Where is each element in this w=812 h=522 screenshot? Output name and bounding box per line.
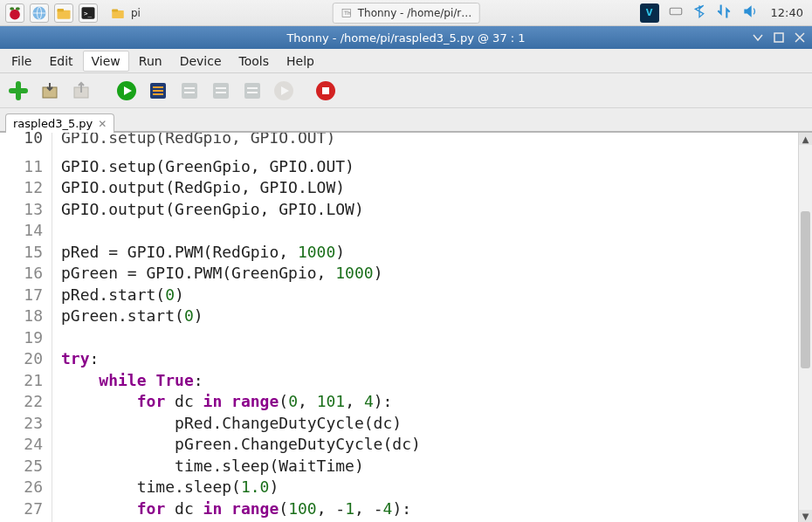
svg-rect-21 xyxy=(182,83,197,99)
svg-rect-32 xyxy=(322,87,329,94)
taskbar-app-label: Thonny - /home/pi/r… xyxy=(358,7,472,19)
menu-tools[interactable]: Tools xyxy=(231,52,278,71)
line-number-gutter: 101112131415161718192021222324252627 xyxy=(0,133,52,522)
svg-point-2 xyxy=(16,7,20,10)
code-line[interactable]: GPIO.setup(RedGpio, GPIO.OUT) xyxy=(61,133,798,149)
window-title: Thonny - /home/pi/raspled3_5.py @ 37 : 1 xyxy=(286,31,525,45)
editor-pane: 101112131415161718192021222324252627 GPI… xyxy=(0,133,812,522)
close-icon[interactable]: ✕ xyxy=(98,118,107,130)
scrollbar-up-icon[interactable]: ▲ xyxy=(799,133,812,145)
code-line[interactable]: while True: xyxy=(61,370,798,392)
code-line[interactable] xyxy=(61,220,798,242)
code-line[interactable]: for dc in range(100, -1, -4): xyxy=(61,498,798,520)
code-line[interactable]: pGreen.ChangeDutyCycle(dc) xyxy=(61,434,798,456)
vnc-tray-icon[interactable]: V xyxy=(640,3,659,23)
svg-rect-26 xyxy=(216,92,226,93)
svg-text:Th: Th xyxy=(343,10,351,16)
menubar: FileEditViewRunDeviceToolsHelp xyxy=(0,49,812,73)
close-button[interactable] xyxy=(793,31,807,45)
editor-tabstrip: raspled3_5.py ✕ xyxy=(0,108,812,133)
code-editor[interactable]: GPIO.setup(RedGpio, GPIO.OUT)GPIO.setup(… xyxy=(52,133,798,522)
clock[interactable]: 12:40 xyxy=(767,6,807,19)
network-tray-icon[interactable] xyxy=(715,3,733,23)
code-line[interactable]: GPIO.setup(GreenGpio, GPIO.OUT) xyxy=(61,156,798,178)
code-line[interactable]: GPIO.output(RedGpio, GPIO.LOW) xyxy=(61,177,798,199)
svg-rect-25 xyxy=(216,87,226,89)
svg-rect-9 xyxy=(112,9,118,11)
menu-view[interactable]: View xyxy=(83,51,129,72)
svg-rect-5 xyxy=(58,9,65,11)
menu-raspberry-icon[interactable] xyxy=(5,3,24,23)
volume-tray-icon[interactable] xyxy=(741,3,759,23)
code-line[interactable]: GPIO.output(GreenGpio, GPIO.LOW) xyxy=(61,199,798,221)
os-taskbar: >_ pi Th Thonny - /home/pi/r… V 12:40 xyxy=(0,0,812,26)
minimize-button[interactable] xyxy=(751,31,765,45)
svg-rect-12 xyxy=(670,8,682,15)
stop-icon[interactable] xyxy=(313,78,339,104)
svg-rect-24 xyxy=(213,83,229,99)
taskbar-app-button[interactable]: Th Thonny - /home/pi/r… xyxy=(333,3,480,24)
svg-point-0 xyxy=(10,9,20,19)
code-line[interactable]: pGreen.start(0) xyxy=(61,306,798,327)
window-titlebar: Thonny - /home/pi/raspled3_5.py @ 37 : 1 xyxy=(0,26,812,49)
code-line[interactable] xyxy=(61,327,798,349)
svg-rect-19 xyxy=(153,90,163,92)
open-file-icon[interactable] xyxy=(37,78,63,104)
new-file-icon[interactable] xyxy=(5,78,31,104)
vertical-scrollbar[interactable]: ▲ ▼ xyxy=(798,133,812,522)
code-line[interactable]: pRed.ChangeDutyCycle(dc) xyxy=(61,413,798,435)
step-into-icon xyxy=(208,78,234,104)
code-line[interactable]: pRed.start(0) xyxy=(61,285,798,306)
svg-point-1 xyxy=(10,7,14,10)
taskbar-fm-button[interactable]: pi xyxy=(103,3,148,24)
svg-rect-18 xyxy=(153,86,163,88)
svg-rect-20 xyxy=(153,93,163,95)
code-line[interactable]: time.sleep(WaitTime) xyxy=(61,456,798,477)
bluetooth-tray-icon[interactable] xyxy=(692,3,706,23)
menu-help[interactable]: Help xyxy=(279,52,322,71)
code-line[interactable]: pGreen = GPIO.PWM(GreenGpio, 1000) xyxy=(61,263,798,285)
file-manager-icon[interactable] xyxy=(54,3,73,23)
svg-rect-27 xyxy=(244,83,260,99)
taskbar-fm-label: pi xyxy=(131,7,141,19)
menu-run[interactable]: Run xyxy=(131,52,170,71)
resume-icon xyxy=(271,78,297,104)
code-line[interactable]: time.sleep(1.0) xyxy=(61,477,798,498)
code-line[interactable]: for dc in range(0, 101, 4): xyxy=(61,391,798,413)
debug-icon[interactable] xyxy=(145,78,171,104)
code-line[interactable]: pRed = GPIO.PWM(RedGpio, 1000) xyxy=(61,242,798,264)
svg-rect-13 xyxy=(774,33,783,42)
svg-text:>_: >_ xyxy=(84,9,93,17)
keyboard-tray-icon[interactable] xyxy=(668,3,684,22)
code-line[interactable]: try: xyxy=(61,348,798,370)
svg-rect-23 xyxy=(184,92,195,93)
terminal-icon[interactable]: >_ xyxy=(79,3,98,23)
svg-rect-28 xyxy=(247,87,258,89)
save-file-icon[interactable] xyxy=(68,78,94,104)
run-icon[interactable] xyxy=(114,78,140,104)
menu-device[interactable]: Device xyxy=(172,52,230,71)
step-out-icon xyxy=(239,78,265,104)
web-browser-icon[interactable] xyxy=(30,3,49,23)
svg-rect-22 xyxy=(184,87,195,89)
menu-edit[interactable]: Edit xyxy=(41,52,80,71)
menu-file[interactable]: File xyxy=(3,52,39,71)
step-over-icon xyxy=(176,78,203,104)
scrollbar-thumb[interactable] xyxy=(801,211,810,368)
toolbar xyxy=(0,73,812,108)
svg-rect-29 xyxy=(247,92,258,93)
scrollbar-down-icon[interactable]: ▼ xyxy=(799,510,812,522)
maximize-button[interactable] xyxy=(772,31,786,45)
